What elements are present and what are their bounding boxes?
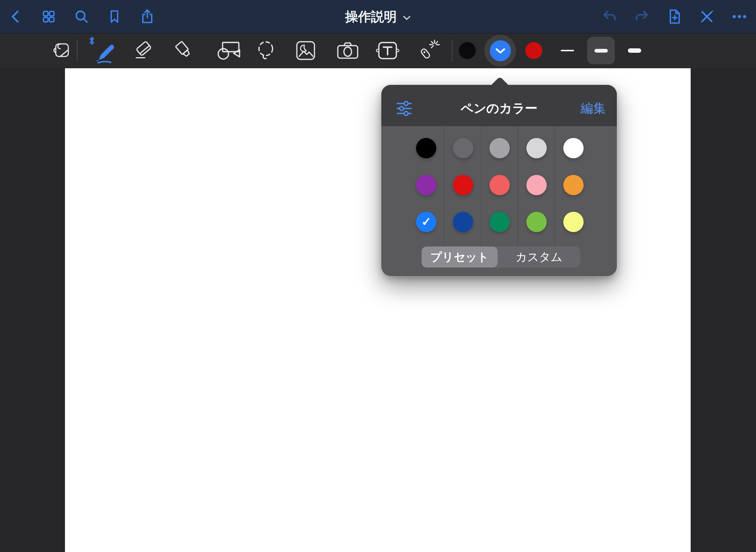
search-icon [73, 8, 90, 25]
bookmark-button[interactable] [106, 8, 123, 25]
stroke-width-thick-button[interactable] [628, 48, 641, 53]
stylus-toggle-button[interactable] [699, 8, 715, 25]
color-swatch-coral[interactable] [489, 175, 510, 195]
color-swatch-orange[interactable] [563, 175, 584, 195]
eraser-tool-button[interactable] [133, 41, 155, 61]
stroke-width-thin-button[interactable] [561, 50, 574, 51]
swatch-cell [555, 130, 592, 166]
edit-colors-button[interactable]: 編集 [581, 100, 606, 117]
popover-header: ペンのカラー 編集 [381, 85, 617, 126]
pen-color-popover: ペンのカラー 編集 ✓ プリセット カスタム [381, 85, 617, 276]
pen-icon [94, 43, 116, 63]
camera-tool-button[interactable] [337, 41, 359, 60]
lasso-icon [255, 40, 276, 61]
chevron-down-icon [495, 48, 505, 54]
swatch-cell: ✓ [408, 203, 445, 240]
stroke-color-red[interactable] [525, 42, 542, 59]
color-palette-grid: ✓ [408, 130, 592, 240]
eraser-icon [133, 41, 155, 61]
pen-tool-button[interactable] [89, 36, 117, 65]
color-swatch-purple[interactable] [416, 175, 436, 195]
shapes-icon [217, 41, 241, 61]
more-button[interactable] [731, 8, 748, 25]
swatch-cell [555, 203, 592, 240]
selected-color-circle[interactable] [490, 40, 511, 61]
panel-collapse-icon [52, 41, 72, 60]
swatch-cell [445, 130, 482, 166]
swatch-cell [481, 166, 518, 203]
color-swatch-navy[interactable] [453, 212, 473, 232]
camera-icon [337, 41, 359, 60]
thumbnails-button[interactable] [41, 8, 57, 25]
back-icon [8, 8, 24, 25]
pen-cross-icon [699, 8, 715, 25]
laser-pointer-icon [417, 39, 440, 62]
color-swatch-yellow[interactable] [563, 212, 584, 232]
color-swatch-black[interactable] [416, 138, 436, 158]
stroke-color-black[interactable] [459, 42, 476, 59]
more-ellipsis-icon [731, 8, 748, 25]
bookmark-icon [107, 9, 122, 24]
stroke-width-medium-button[interactable] [587, 37, 615, 65]
toolbar-divider [77, 40, 78, 61]
color-swatch-pink[interactable] [526, 175, 547, 195]
swatch-cell [555, 166, 592, 203]
undo-button[interactable] [601, 8, 618, 25]
text-tool-button[interactable] [376, 40, 399, 61]
swatch-cell [481, 203, 518, 240]
nav-left-group [8, 0, 155, 33]
canvas-background [0, 68, 756, 552]
palette-mode-segmented-control: プリセット カスタム [422, 246, 580, 268]
color-swatch-light-gray[interactable] [526, 138, 547, 158]
thumbnails-grid-icon [41, 9, 56, 24]
tab-custom[interactable]: カスタム [498, 246, 580, 268]
stroke-width-medium-line [594, 49, 608, 52]
redo-button[interactable] [634, 8, 650, 25]
shapes-tool-button[interactable] [217, 41, 241, 61]
back-button[interactable] [8, 8, 24, 25]
color-swatch-light-green[interactable] [526, 212, 547, 232]
share-button[interactable] [139, 8, 155, 25]
tab-preset[interactable]: プリセット [422, 246, 498, 268]
highlighter-tool-button[interactable] [173, 41, 195, 61]
checkmark-icon: ✓ [421, 216, 431, 228]
page-title: 操作説明 [345, 8, 397, 25]
swatch-cell [481, 130, 518, 166]
search-button[interactable] [73, 8, 90, 25]
swatch-cell [408, 166, 445, 203]
add-page-button[interactable] [666, 8, 683, 25]
text-icon [376, 40, 399, 61]
color-swatch-gray[interactable] [489, 138, 510, 158]
swatch-cell [408, 130, 445, 166]
image-tool-button[interactable] [295, 40, 316, 61]
toolbar-divider [452, 40, 453, 61]
swatch-cell [518, 203, 555, 240]
lasso-tool-button[interactable] [255, 40, 276, 61]
nav-right-group [601, 0, 748, 33]
color-swatch-dark-gray[interactable] [453, 138, 473, 158]
undo-icon [601, 8, 618, 25]
laser-pointer-tool-button[interactable] [417, 39, 440, 62]
collapse-toolbar-button[interactable] [52, 41, 72, 60]
image-icon [295, 40, 316, 61]
chevron-down-icon [403, 15, 411, 20]
share-icon [139, 8, 155, 25]
swatch-cell [518, 130, 555, 166]
add-page-icon [666, 8, 683, 25]
color-swatch-green[interactable] [489, 212, 510, 232]
color-swatch-white[interactable] [563, 138, 584, 158]
color-swatch-red[interactable] [453, 175, 473, 195]
swatch-cell [445, 166, 482, 203]
stroke-color-blue-selected[interactable] [484, 35, 516, 66]
color-swatch-blue-selected[interactable]: ✓ [416, 212, 436, 232]
document-title-button[interactable]: 操作説明 [345, 0, 411, 33]
tool-bar [0, 33, 756, 68]
swatch-cell [445, 203, 482, 240]
highlighter-icon [173, 41, 195, 61]
nav-bar: 操作説明 [0, 0, 756, 33]
redo-icon [634, 8, 650, 25]
swatch-cell [518, 166, 555, 203]
